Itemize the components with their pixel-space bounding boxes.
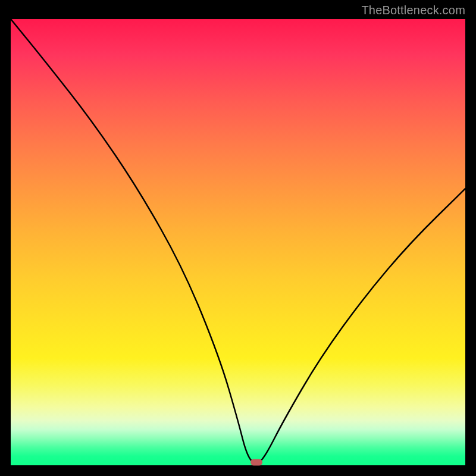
curve-path: [11, 19, 465, 463]
plot-area: [11, 19, 465, 465]
watermark-text: TheBottleneck.com: [361, 4, 465, 17]
bottleneck-curve: [11, 19, 465, 465]
minimum-marker: [250, 459, 262, 466]
chart-frame: TheBottleneck.com: [0, 0, 476, 476]
